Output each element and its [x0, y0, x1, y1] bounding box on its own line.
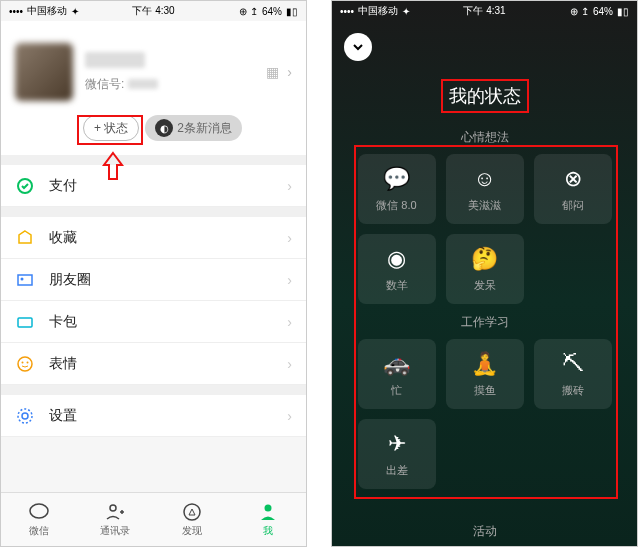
status-carrier: ••••中国移动✦: [340, 4, 410, 18]
group-mood-label: 心情想法: [332, 129, 637, 146]
status-option[interactable]: ✈出差: [358, 419, 436, 489]
favorites-icon: [15, 228, 35, 248]
row-label: 支付: [49, 177, 287, 195]
my-status-title: 我的状态: [332, 79, 637, 113]
status-option-icon: ◉: [387, 246, 406, 272]
settings-icon: [15, 406, 35, 426]
close-button[interactable]: [344, 33, 372, 61]
status-option-label: 郁闷: [562, 198, 584, 213]
tab-me[interactable]: 我: [230, 493, 306, 546]
chevron-right-icon: ›: [287, 314, 292, 330]
svg-point-9: [30, 504, 48, 518]
group-work-label: 工作学习: [332, 314, 637, 331]
svg-point-4: [18, 357, 32, 371]
svg-point-12: [264, 504, 271, 511]
row-label: 收藏: [49, 229, 287, 247]
pay-icon: [15, 176, 35, 196]
status-option-icon: ✈: [388, 431, 406, 457]
status-option-icon: ☺: [473, 166, 495, 192]
qr-icon[interactable]: ▦: [266, 64, 279, 80]
chevron-right-icon: ›: [287, 178, 292, 194]
discover-icon: [181, 502, 203, 522]
tab-discover[interactable]: 发现: [154, 493, 230, 546]
row-favorites[interactable]: 收藏 ›: [1, 217, 306, 259]
svg-point-5: [22, 361, 24, 363]
profile-section: 微信号: ▦ › + 状态 ◐2条新消息: [1, 21, 306, 155]
phone-right: ••••中国移动✦ 下午 4:31 ⊕ ↥64%▮▯ 我的状态 心情想法 💬微信…: [331, 0, 638, 547]
status-option[interactable]: ◉数羊: [358, 234, 436, 304]
tab-label: 微信: [29, 524, 49, 538]
status-option-icon: 🧘: [471, 351, 498, 377]
svg-point-8: [18, 409, 32, 423]
svg-point-11: [184, 504, 200, 520]
status-option-icon: ⊗: [564, 166, 582, 192]
tab-wechat[interactable]: 微信: [1, 493, 77, 546]
chevron-down-icon: [352, 41, 364, 53]
status-option-label: 出差: [386, 463, 408, 478]
phone-left: ••••中国移动✦ 下午 4:30 ⊕ ↥64%▮▯ 微信号: ▦ › + 状态…: [0, 0, 307, 547]
status-option-label: 数羊: [386, 278, 408, 293]
moments-icon: [15, 270, 35, 290]
status-right-cluster: ⊕ ↥64%▮▯: [570, 6, 629, 17]
svg-point-7: [22, 413, 28, 419]
svg-point-2: [21, 277, 24, 280]
status-option[interactable]: 💬微信 8.0: [358, 154, 436, 224]
row-stickers[interactable]: 表情 ›: [1, 343, 306, 385]
svg-point-10: [110, 505, 116, 511]
svg-rect-1: [18, 275, 32, 285]
chevron-right-icon[interactable]: ›: [287, 64, 292, 80]
chevron-right-icon: ›: [287, 272, 292, 288]
status-option[interactable]: 🚓忙: [358, 339, 436, 409]
row-settings[interactable]: 设置 ›: [1, 395, 306, 437]
status-right-cluster: ⊕ ↥64%▮▯: [239, 6, 298, 17]
row-label: 卡包: [49, 313, 287, 331]
row-pay[interactable]: 支付 ›: [1, 165, 306, 207]
status-option-label: 忙: [391, 383, 402, 398]
tab-bar: 微信 通讯录 发现 我: [1, 492, 306, 546]
status-option[interactable]: 🧘摸鱼: [446, 339, 524, 409]
avatar[interactable]: [15, 43, 73, 101]
annotation-highlight-status-btn: [77, 115, 143, 145]
status-option[interactable]: 🤔发呆: [446, 234, 524, 304]
row-label: 设置: [49, 407, 287, 425]
row-label: 表情: [49, 355, 287, 373]
status-option[interactable]: ⊗郁闷: [534, 154, 612, 224]
status-option-label: 美滋滋: [468, 198, 501, 213]
status-option-label: 微信 8.0: [376, 198, 416, 213]
status-grid-work: 🚓忙🧘摸鱼⛏搬砖✈出差: [332, 339, 637, 489]
status-bar: ••••中国移动✦ 下午 4:31 ⊕ ↥64%▮▯: [332, 1, 637, 21]
profile-name: [85, 52, 145, 68]
status-carrier: ••••中国移动✦: [9, 4, 79, 18]
tab-label: 通讯录: [100, 524, 130, 538]
annotation-arrow-icon: [102, 151, 124, 181]
row-moments[interactable]: 朋友圈 ›: [1, 259, 306, 301]
status-option-label: 发呆: [474, 278, 496, 293]
status-option-icon: 🤔: [471, 246, 498, 272]
status-option-icon: 💬: [383, 166, 410, 192]
tab-contacts[interactable]: 通讯录: [77, 493, 153, 546]
status-option-icon: ⛏: [562, 351, 584, 377]
status-option[interactable]: ⛏搬砖: [534, 339, 612, 409]
me-icon: [257, 502, 279, 522]
status-option[interactable]: ☺美滋滋: [446, 154, 524, 224]
status-grid-mood: 💬微信 8.0☺美滋滋⊗郁闷◉数羊🤔发呆: [332, 154, 637, 304]
stickers-icon: [15, 354, 35, 374]
chat-icon: [28, 502, 50, 522]
row-cards[interactable]: 卡包 ›: [1, 301, 306, 343]
cards-icon: [15, 312, 35, 332]
chevron-right-icon: ›: [287, 408, 292, 424]
group-activity-label: 活动: [332, 523, 637, 540]
status-option-label: 摸鱼: [474, 383, 496, 398]
status-option-icon: 🚓: [383, 351, 410, 377]
chevron-right-icon: ›: [287, 356, 292, 372]
svg-rect-3: [18, 318, 32, 327]
status-bar: ••••中国移动✦ 下午 4:30 ⊕ ↥64%▮▯: [1, 1, 306, 21]
status-option-label: 搬砖: [562, 383, 584, 398]
tab-label: 发现: [182, 524, 202, 538]
contacts-icon: [104, 502, 126, 522]
new-message-pill[interactable]: ◐2条新消息: [145, 115, 242, 141]
wxid: 微信号:: [85, 76, 266, 93]
row-label: 朋友圈: [49, 271, 287, 289]
svg-point-6: [27, 361, 29, 363]
tab-label: 我: [263, 524, 273, 538]
